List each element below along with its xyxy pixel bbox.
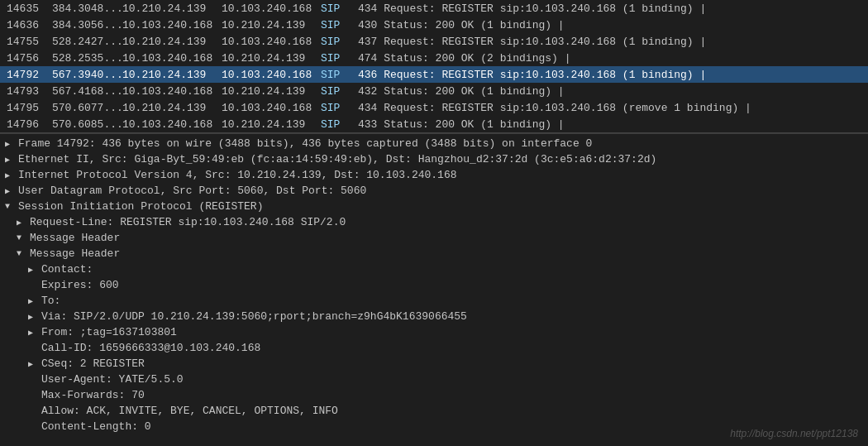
detail-text: Expires: 600 <box>41 279 119 291</box>
table-row[interactable]: 14636 384.3056... 10.103.240.168 10.210.… <box>0 17 868 33</box>
table-row[interactable]: 14756 528.2535... 10.103.240.168 10.210.… <box>0 50 868 66</box>
col-src: 10.210.24.139 <box>122 2 222 15</box>
detail-text: Frame 14792: 436 bytes on wire (3488 bit… <box>18 137 592 150</box>
detail-line[interactable]: ▶Request-Line: REGISTER sip:10.103.240.1… <box>0 214 868 230</box>
watermark: http://blog.csdn.net/ppt12138 <box>730 428 858 439</box>
col-dst: 10.103.240.168 <box>222 69 321 81</box>
col-proto: SIP <box>321 36 358 48</box>
expand-arrow: ▼ <box>17 249 26 258</box>
col-info: 436 Request: REGISTER sip:10.103.240.168… <box>358 69 861 81</box>
detail-line[interactable]: ▼Session Initiation Protocol (REGISTER) <box>0 199 868 214</box>
detail-text: User-Agent: YATE/5.5.0 <box>41 373 184 386</box>
col-time: 570.6085... <box>52 118 122 131</box>
detail-line[interactable]: ▶From: ;tag=1637103801 <box>0 324 868 340</box>
col-src: 10.103.240.168 <box>122 52 222 65</box>
detail-line[interactable]: ▼Message Header <box>0 246 868 261</box>
detail-text: Call-ID: 1659666333@10.103.240.168 <box>41 342 260 354</box>
col-num: 14793 <box>7 85 52 98</box>
col-num: 14635 <box>7 2 52 15</box>
col-src: 10.210.24.139 <box>122 69 222 81</box>
expand-arrow: ▶ <box>28 312 38 322</box>
col-dst: 10.103.240.168 <box>222 36 321 48</box>
detail-line[interactable]: Allow: ACK, INVITE, BYE, CANCEL, OPTIONS… <box>0 403 868 419</box>
col-info: 437 Request: REGISTER sip:10.103.240.168… <box>358 36 861 48</box>
detail-line[interactable]: Expires: 600 <box>0 277 868 293</box>
col-time: 567.4168... <box>52 85 122 98</box>
expand-arrow: ▶ <box>17 218 26 228</box>
detail-text: Request-Line: REGISTER sip:10.103.240.16… <box>30 216 346 228</box>
expand-arrow: ▼ <box>17 233 26 242</box>
expand-arrow: ▶ <box>28 359 38 369</box>
col-num: 14756 <box>7 52 52 65</box>
col-info: 433 Status: 200 OK (1 binding) | <box>358 118 861 131</box>
col-proto: SIP <box>321 2 358 15</box>
col-src: 10.210.24.139 <box>122 102 222 114</box>
detail-line[interactable]: ▶Frame 14792: 436 bytes on wire (3488 bi… <box>0 136 868 151</box>
detail-line[interactable]: ▶Contact: <box>0 261 868 277</box>
table-row[interactable]: 14635 384.3048... 10.210.24.139 10.103.2… <box>0 0 868 17</box>
col-info: 434 Request: REGISTER sip:10.103.240.168… <box>358 102 861 114</box>
table-row[interactable]: 14755 528.2427... 10.210.24.139 10.103.2… <box>0 33 868 50</box>
col-src: 10.103.240.168 <box>122 118 222 131</box>
detail-text: Allow: ACK, INVITE, BYE, CANCEL, OPTIONS… <box>41 405 338 417</box>
col-dst: 10.210.24.139 <box>222 52 321 65</box>
col-info: 434 Request: REGISTER sip:10.103.240.168… <box>358 2 861 15</box>
col-num: 14636 <box>7 19 52 31</box>
col-src: 10.103.240.168 <box>122 19 222 31</box>
col-src: 10.103.240.168 <box>122 85 222 98</box>
col-dst: 10.210.24.139 <box>222 118 321 131</box>
detail-line[interactable]: User-Agent: YATE/5.5.0 <box>0 372 868 387</box>
col-dst: 10.210.24.139 <box>222 85 321 98</box>
table-row[interactable]: 14796 570.6085... 10.103.240.168 10.210.… <box>0 116 868 132</box>
col-info: 432 Status: 200 OK (1 binding) | <box>358 85 861 98</box>
col-info: 474 Status: 200 OK (2 bindings) | <box>358 52 861 65</box>
detail-text: Message Header <box>30 232 120 244</box>
col-proto: SIP <box>321 52 358 65</box>
detail-line[interactable]: ▶User Datagram Protocol, Src Port: 5060,… <box>0 183 868 199</box>
col-time: 570.6077... <box>52 102 122 114</box>
detail-text: Content-Length: 0 <box>41 420 151 433</box>
expand-arrow: ▶ <box>5 170 15 180</box>
col-dst: 10.103.240.168 <box>222 2 321 15</box>
col-src: 10.210.24.139 <box>122 36 222 48</box>
detail-text: Session Initiation Protocol (REGISTER) <box>18 200 263 213</box>
col-dst: 10.210.24.139 <box>222 19 321 31</box>
detail-text: Contact: <box>41 263 93 276</box>
expand-arrow: ▼ <box>5 202 15 211</box>
detail-line[interactable]: ▶Internet Protocol Version 4, Src: 10.21… <box>0 167 868 183</box>
detail-line[interactable]: ▶Ethernet II, Src: Giga-Byt_59:49:eb (fc… <box>0 151 868 167</box>
col-dst: 10.103.240.168 <box>222 102 321 114</box>
detail-panel: ▶Frame 14792: 436 bytes on wire (3488 bi… <box>0 134 868 436</box>
detail-line[interactable]: Call-ID: 1659666333@10.103.240.168 <box>0 340 868 356</box>
col-time: 384.3048... <box>52 2 122 15</box>
expand-arrow: ▶ <box>28 296 38 306</box>
detail-text: CSeq: 2 REGISTER <box>41 357 145 370</box>
expand-arrow: ▶ <box>28 265 38 275</box>
col-num: 14755 <box>7 36 52 48</box>
table-row[interactable]: 14793 567.4168... 10.103.240.168 10.210.… <box>0 83 868 99</box>
detail-text: To: <box>41 295 60 307</box>
expand-arrow: ▶ <box>5 139 15 149</box>
col-time: 528.2535... <box>52 52 122 65</box>
detail-text: Ethernet II, Src: Giga-Byt_59:49:eb (fc:… <box>18 153 656 165</box>
col-time: 384.3056... <box>52 19 122 31</box>
detail-line[interactable]: Max-Forwards: 70 <box>0 387 868 403</box>
col-time: 528.2427... <box>52 36 122 48</box>
detail-text: Via: SIP/2.0/UDP 10.210.24.139:5060;rpor… <box>41 310 467 323</box>
col-proto: SIP <box>321 85 358 98</box>
detail-text: Max-Forwards: 70 <box>41 389 145 401</box>
expand-arrow: ▶ <box>5 186 15 196</box>
expand-arrow: ▶ <box>5 155 15 165</box>
table-row[interactable]: 14795 570.6077... 10.210.24.139 10.103.2… <box>0 99 868 116</box>
col-num: 14796 <box>7 118 52 131</box>
col-num: 14792 <box>7 69 52 81</box>
detail-line[interactable]: ▶CSeq: 2 REGISTER <box>0 356 868 372</box>
detail-text: Message Header <box>30 247 120 260</box>
detail-text: From: ;tag=1637103801 <box>41 326 177 338</box>
expand-arrow: ▶ <box>28 328 38 338</box>
table-row[interactable]: 14792 567.3940... 10.210.24.139 10.103.2… <box>0 66 868 83</box>
detail-line[interactable]: ▼Message Header <box>0 230 868 246</box>
col-proto: SIP <box>321 118 358 131</box>
detail-line[interactable]: ▶Via: SIP/2.0/UDP 10.210.24.139:5060;rpo… <box>0 309 868 324</box>
detail-line[interactable]: ▶To: <box>0 293 868 309</box>
